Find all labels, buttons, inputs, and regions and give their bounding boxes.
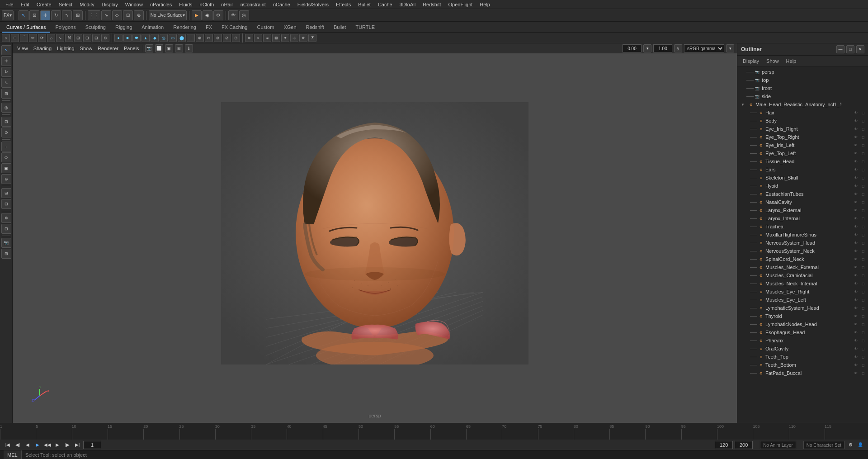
vis-btn[interactable]: 👁 bbox=[853, 126, 859, 132]
menu-cache[interactable]: Cache bbox=[374, 0, 396, 9]
rotate-btn[interactable]: ↻ bbox=[1, 67, 11, 77]
tab-rigging[interactable]: Rigging bbox=[111, 22, 137, 33]
vis-btn[interactable]: 👁 bbox=[853, 280, 859, 287]
render-vis-btn[interactable]: ◻ bbox=[860, 248, 866, 254]
move-tool-btn[interactable]: ✛ bbox=[40, 10, 50, 20]
paint-sel-btn[interactable]: ⊙ bbox=[1, 128, 11, 137]
shelf-btn-11[interactable]: ⊟ bbox=[92, 34, 100, 42]
tree-item-trachea[interactable]: ⊛ Trachea 👁 ◻ bbox=[737, 222, 868, 231]
render-vis-btn[interactable]: ◻ bbox=[860, 183, 866, 189]
vis-btn[interactable]: 👁 bbox=[853, 142, 859, 148]
tree-item-front[interactable]: 📷 front bbox=[737, 84, 868, 92]
lasso-btn[interactable]: ⊡ bbox=[1, 117, 11, 127]
snap-live-btn[interactable]: ⊕ bbox=[134, 10, 144, 20]
torus-btn[interactable]: ◎ bbox=[160, 34, 168, 42]
vp-gate-btn[interactable]: ▣ bbox=[165, 44, 173, 52]
show-menu[interactable]: Show bbox=[78, 46, 94, 51]
render-vis-btn[interactable]: ◻ bbox=[860, 126, 866, 132]
renderer-menu[interactable]: Renderer bbox=[96, 46, 120, 51]
vis-btn[interactable]: 👁 bbox=[853, 118, 859, 124]
menu-fields[interactable]: Fields/Solvers bbox=[294, 0, 332, 9]
shelf-btn-1[interactable]: ○ bbox=[2, 34, 10, 42]
tree-item-muscles-neck-external[interactable]: ⊛ Muscles_Neck_External 👁 ◻ bbox=[737, 263, 868, 271]
soft-sel-btn[interactable]: ◎ bbox=[1, 103, 11, 113]
render-vis-btn[interactable]: ◻ bbox=[860, 329, 866, 336]
color-mgmt-btn[interactable]: ▾ bbox=[726, 44, 734, 52]
tree-item-spinalcord-neck[interactable]: ⊛ SpinalCord_Neck 👁 ◻ bbox=[737, 255, 868, 263]
render-vis-btn[interactable]: ◻ bbox=[860, 134, 866, 140]
tab-xgen[interactable]: XGen bbox=[279, 22, 301, 33]
render-vis-btn[interactable]: ◻ bbox=[860, 280, 866, 287]
special-btn-5[interactable]: ⊘ bbox=[223, 34, 231, 42]
outliner-maximize-btn[interactable]: □ bbox=[846, 45, 854, 53]
vis-btn[interactable]: 👁 bbox=[853, 256, 859, 262]
render-vis-btn[interactable]: ◻ bbox=[860, 215, 866, 222]
sphere-btn[interactable]: ● bbox=[114, 34, 123, 42]
special-btn-6[interactable]: ⊙ bbox=[232, 34, 240, 42]
tree-item-thyroid[interactable]: ⊛ Thyroid 👁 ◻ bbox=[737, 312, 868, 320]
render-vis-btn[interactable]: ◻ bbox=[860, 272, 866, 279]
isolate-btn[interactable]: ◎ bbox=[239, 10, 249, 20]
tab-custom[interactable]: Custom bbox=[253, 22, 279, 33]
vis-btn[interactable]: 👁 bbox=[853, 175, 859, 181]
render-vis-btn[interactable]: ◻ bbox=[860, 166, 866, 173]
deform-btn-1[interactable]: ≋ bbox=[245, 34, 253, 42]
cylinder-btn[interactable]: ⬬ bbox=[132, 34, 141, 42]
tree-item-nervoussystem-neck[interactable]: ⊛ NervousSystem_Neck 👁 ◻ bbox=[737, 247, 868, 255]
tree-item-side[interactable]: 📷 side bbox=[737, 92, 868, 100]
tree-item-lymphaticnodes-head[interactable]: ⊛ LymphaticNodes_Head 👁 ◻ bbox=[737, 320, 868, 328]
vis-btn[interactable]: 👁 bbox=[853, 370, 859, 376]
vis-btn[interactable]: 👁 bbox=[853, 158, 859, 165]
play-rev-btn[interactable]: ◀◀ bbox=[43, 441, 52, 449]
play-fwd-btn[interactable]: ▶ bbox=[33, 441, 42, 449]
outliner-tree[interactable]: 📷 persp 📷 top 📷 front 📷 side ▼ ⊛ bbox=[737, 67, 868, 423]
vis-btn[interactable]: 👁 bbox=[853, 272, 859, 279]
gamma-value2[interactable] bbox=[653, 44, 672, 52]
deform-btn-2[interactable]: ≈ bbox=[254, 34, 262, 42]
shelf-btn-2[interactable]: □ bbox=[11, 34, 19, 42]
show-hide-btn[interactable]: 👁 bbox=[228, 10, 238, 20]
render-btn[interactable]: ▶ bbox=[192, 10, 202, 20]
live-surface-btn[interactable]: No Live Surface ▾ bbox=[149, 10, 187, 20]
menu-redshift[interactable]: Redshift bbox=[419, 0, 444, 9]
tree-item-lymphaticsystem-head[interactable]: ⊛ LymphaticSystem_Head 👁 ◻ bbox=[737, 304, 868, 312]
vis-btn[interactable]: 👁 bbox=[853, 240, 859, 246]
render-vis-btn[interactable]: ◻ bbox=[860, 175, 866, 181]
render-vis-btn[interactable]: ◻ bbox=[860, 297, 866, 303]
tree-item-eye-top-right[interactable]: ⊛ Eye_Top_Right 👁 ◻ bbox=[737, 133, 868, 141]
tab-animation[interactable]: Animation bbox=[137, 22, 168, 33]
tree-item-persp[interactable]: 📷 persp bbox=[737, 68, 868, 76]
vis-btn[interactable]: 👁 bbox=[853, 362, 859, 368]
vis-btn[interactable]: 👁 bbox=[853, 223, 859, 230]
frame-range-end-input[interactable] bbox=[735, 441, 753, 449]
render-vis-btn[interactable]: ◻ bbox=[860, 354, 866, 360]
render-vis-btn[interactable]: ◻ bbox=[860, 305, 866, 311]
snap-grid-btn[interactable]: ⋮⋮ bbox=[88, 10, 100, 20]
vis-btn[interactable]: 👁 bbox=[853, 305, 859, 311]
render-vis-btn[interactable]: ◻ bbox=[860, 150, 866, 156]
tab-polygons[interactable]: Polygons bbox=[51, 22, 80, 33]
lasso-select-btn[interactable]: ⊡ bbox=[29, 10, 39, 20]
tree-item-teeth-top[interactable]: ⊛ Teeth_Top 👁 ◻ bbox=[737, 353, 868, 361]
render-vis-btn[interactable]: ◻ bbox=[860, 223, 866, 230]
frame-current-input[interactable] bbox=[83, 441, 101, 449]
tree-item-muscles-eye-left[interactable]: ⊛ Muscles_Eye_Left 👁 ◻ bbox=[737, 296, 868, 304]
tree-item-nasalcavity[interactable]: ⊛ NasalCavity 👁 ◻ bbox=[737, 198, 868, 206]
tree-item-esophagus-head[interactable]: ⊛ Esophagus_Head 👁 ◻ bbox=[737, 328, 868, 336]
shading-menu[interactable]: Shading bbox=[32, 46, 53, 51]
render-vis-btn[interactable]: ◻ bbox=[860, 370, 866, 376]
vis-btn[interactable]: 👁 bbox=[853, 191, 859, 197]
rotate-tool-btn[interactable]: ↻ bbox=[51, 10, 61, 20]
tree-item-tissue-head[interactable]: ⊛ Tissue_Head 👁 ◻ bbox=[737, 157, 868, 166]
tab-rendering[interactable]: Rendering bbox=[169, 22, 201, 33]
vis-btn[interactable]: 👁 bbox=[853, 199, 859, 205]
render-vis-btn[interactable]: ◻ bbox=[860, 362, 866, 368]
tree-item-root[interactable]: ▼ ⊛ Male_Head_Realistic_Anatomy_ncl1_1 bbox=[737, 100, 868, 109]
frame-end-input[interactable] bbox=[715, 441, 733, 449]
menu-modify[interactable]: Modify bbox=[76, 0, 98, 9]
outliner-minimize-btn[interactable]: — bbox=[836, 45, 844, 53]
timeline-ruler[interactable]: 1510152025303540455055606570758085909510… bbox=[0, 423, 868, 440]
history-btn[interactable]: ⊞ bbox=[1, 188, 11, 198]
cube-btn[interactable]: ■ bbox=[123, 34, 132, 42]
next-frame-btn[interactable]: ▶ bbox=[53, 441, 61, 449]
